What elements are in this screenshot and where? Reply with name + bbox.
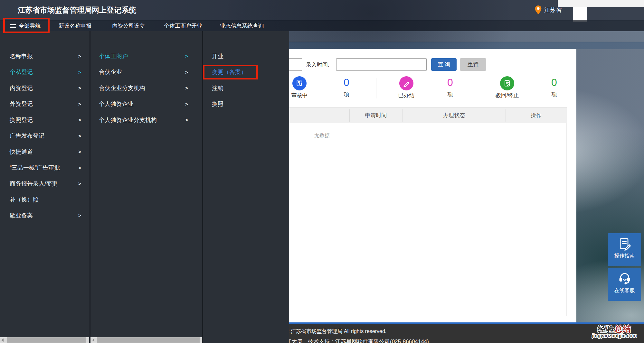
stat-1-icon-stack: 已办结 — [386, 76, 426, 99]
app-title: 江苏省市场监督管理局网上登记系统 — [18, 0, 136, 20]
menu-item-label: 广告发布登记 — [10, 132, 44, 140]
menu-col2-item-2[interactable]: 合伙企业分支机构> — [90, 80, 202, 96]
menu-col1-item-0[interactable]: 名称申报> — [0, 48, 90, 64]
menu-item-label: 歇业备案 — [10, 212, 33, 219]
stat-count-value: 0 — [332, 77, 361, 88]
nav-item-label: 全部导航 — [19, 20, 41, 32]
menu-item-label: 个人独资企业分支机构 — [99, 116, 157, 124]
chevron-right-icon: > — [78, 85, 81, 91]
menu-col2-item-1[interactable]: 合伙企业> — [90, 64, 202, 80]
menu-col1-hscrollbar-thumb[interactable] — [7, 337, 86, 343]
chevron-right-icon: > — [78, 70, 81, 75]
window-artifact-box — [573, 7, 587, 22]
nav-item-4[interactable]: 业态信息系统查询 — [220, 20, 264, 32]
menu-col1-item-10[interactable]: 歇业备案> — [0, 208, 90, 224]
guide-clipboard-icon — [608, 236, 641, 252]
headset-icon — [608, 271, 641, 287]
nav-item-0[interactable]: 全部导航 — [10, 20, 41, 32]
menu-column-3: 开业变更（备案）注销换照 — [203, 31, 289, 343]
nav-item-2[interactable]: 内资公司设立 — [112, 20, 145, 32]
window-artifact-strip — [558, 0, 644, 7]
menu-col1-item-7[interactable]: “三品一械”广告审批> — [0, 160, 90, 176]
chevron-right-icon: > — [78, 117, 81, 123]
stat-count-value: 0 — [539, 77, 569, 88]
menu-item-label: 个体工商户 — [99, 52, 128, 60]
menu-col1-item-1[interactable]: 个私登记> — [0, 64, 90, 80]
stat-divider — [376, 78, 376, 98]
menu-col2-item-4[interactable]: 个人独资企业分支机构> — [90, 112, 202, 128]
chevron-right-icon: > — [185, 117, 188, 123]
hamburger-icon — [10, 23, 16, 29]
all-navigation-menu: 名称申报>个私登记>内资登记>外资登记>换照登记>广告发布登记>快捷通道>“三品… — [0, 31, 289, 343]
stat-2-icon-stack: 驳回/终止 — [487, 76, 527, 99]
nav-item-1[interactable]: 新设名称申报 — [59, 20, 91, 32]
nav-item-3[interactable]: 个体工商户开业 — [164, 20, 202, 32]
entry-time-input[interactable] — [336, 58, 427, 71]
column-header-apply-time: 申请时间 — [349, 107, 402, 124]
menu-col1-item-6[interactable]: 快捷通道> — [0, 144, 90, 160]
column-header-status: 办理状态 — [402, 107, 506, 124]
entry-time-label: 录入时间: — [306, 61, 329, 69]
stat-unit-label: 项 — [332, 91, 361, 98]
stat-1-count-stack: 0项 — [435, 77, 465, 98]
operation-guide-button[interactable]: 操作指南 — [608, 233, 641, 266]
menu-item-label: 合伙企业 — [99, 68, 122, 76]
stat-count-value: 0 — [435, 77, 465, 88]
menu-item-label: 补（换）照 — [10, 196, 39, 203]
stat-0-count-stack: 0项 — [332, 77, 361, 98]
chevron-right-icon: > — [185, 101, 188, 107]
nav-item-label: 新设名称申报 — [59, 20, 91, 32]
tech-support-text: 江大厦，技术支持：江苏星网软件有限公司(025-86604144) — [286, 338, 429, 343]
menu-item-label: 快捷通道 — [10, 148, 33, 156]
copyright-text: 2 江苏省市场监督管理局 All rights reserved. — [287, 328, 386, 335]
chevron-right-icon: > — [78, 53, 81, 59]
menu-col1-item-2[interactable]: 内资登记> — [0, 80, 90, 96]
nav-item-label: 业态信息系统查询 — [220, 20, 264, 32]
menu-column-1: 名称申报>个私登记>内资登记>外资登记>换照登记>广告发布登记>快捷通道>“三品… — [0, 31, 90, 343]
menu-col1-item-3[interactable]: 外资登记> — [0, 96, 90, 112]
stat-2-count-stack: 0项 — [539, 77, 569, 98]
chevron-right-icon: > — [185, 85, 188, 91]
menu-column-2: 个体工商户>合伙企业>合伙企业分支机构>个人独资企业>个人独资企业分支机构> — [90, 31, 202, 343]
menu-item-label: 外资登记 — [10, 100, 33, 108]
stat-unit-label: 项 — [435, 91, 465, 98]
scroll-left-arrow-icon[interactable] — [1, 338, 4, 342]
menu-col3-item-0[interactable]: 开业 — [203, 48, 289, 64]
menu-col3-item-1[interactable]: 变更（备案） — [203, 64, 289, 80]
menu-col2-item-0[interactable]: 个体工商户> — [90, 48, 202, 64]
stat-2-status-icon — [500, 76, 514, 90]
watermark-cn-text: 经验总结 — [592, 325, 637, 333]
chevron-right-icon: > — [78, 133, 81, 139]
nav-item-label: 个体工商户开业 — [164, 20, 202, 32]
column-header-actions: 操作 — [506, 107, 567, 124]
scroll-left-arrow-icon[interactable] — [92, 338, 94, 342]
menu-col1-item-9[interactable]: 补（换）照 — [0, 192, 90, 208]
reset-button[interactable]: 重置 — [460, 58, 486, 71]
no-data-text: 无数据 — [314, 132, 330, 139]
menu-item-label: 商务报告录入/变更 — [10, 180, 58, 188]
menu-item-label: 换照登记 — [10, 116, 33, 124]
online-service-button[interactable]: 在线客服 — [608, 268, 641, 301]
chevron-right-icon: > — [78, 101, 81, 107]
menu-col1-item-4[interactable]: 换照登记> — [0, 112, 90, 128]
menu-item-label: 合伙企业分支机构 — [99, 84, 145, 92]
menu-col2-item-3[interactable]: 个人独资企业> — [90, 96, 202, 112]
app-header: 江苏省市场监督管理局网上登记系统 江苏省 — [0, 0, 644, 20]
menu-col1-item-5[interactable]: 广告发布登记> — [0, 128, 90, 144]
stat-label: 已办结 — [386, 92, 426, 99]
menu-item-label: “三品一械”广告审批 — [10, 164, 60, 172]
query-button[interactable]: 查 询 — [431, 58, 457, 71]
menu-item-label: 名称申报 — [10, 52, 33, 60]
watermark-domain-text: jingyanzongjie.com — [592, 333, 637, 338]
menu-col1-item-8[interactable]: 商务报告录入/变更> — [0, 176, 90, 192]
fab-label: 操作指南 — [608, 253, 641, 259]
menu-item-label: 变更（备案） — [212, 68, 247, 76]
chevron-right-icon: > — [185, 70, 188, 75]
stat-label: 驳回/终止 — [487, 92, 527, 99]
menu-col3-item-3[interactable]: 换照 — [203, 96, 289, 112]
region-label: 江苏省 — [544, 6, 562, 14]
stat-divider — [480, 78, 480, 98]
stat-0-status-icon — [292, 76, 307, 90]
menu-col2-hscrollbar-thumb[interactable] — [97, 337, 200, 343]
menu-col3-item-2[interactable]: 注销 — [203, 80, 289, 96]
